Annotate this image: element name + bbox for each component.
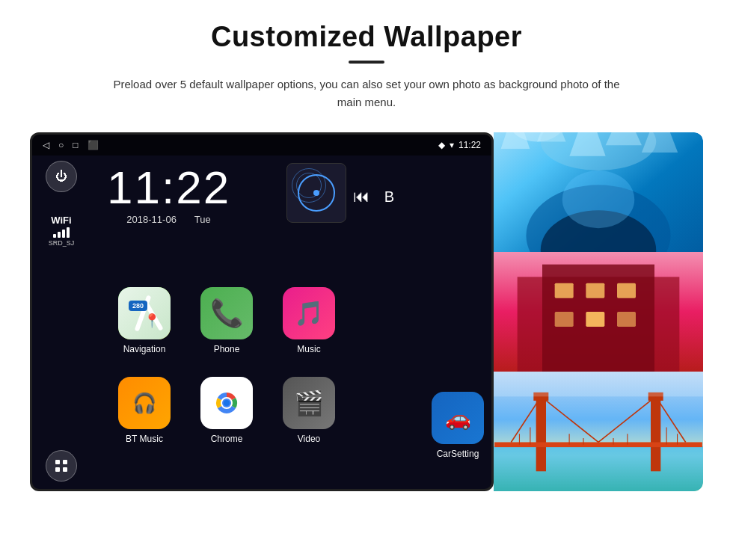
status-right: ◆ ▾ 11:22 [438, 140, 481, 150]
svg-rect-49 [494, 372, 703, 396]
svg-rect-26 [617, 283, 636, 298]
app-chrome[interactable]: Chrome [189, 377, 264, 459]
svg-rect-25 [586, 283, 604, 298]
navigation-label: Navigation [123, 344, 166, 354]
wallpaper-thumb-golden-gate[interactable] [494, 372, 703, 491]
svg-marker-18 [606, 132, 642, 145]
bottom-bar [46, 450, 77, 481]
wifi-bar-2 [58, 232, 61, 238]
device-frame: ◁ ○ □ ⬛ ◆ ▾ 11:22 11:22 2018-11-06 Tue [30, 132, 494, 491]
car-setting-emoji: 🚗 [445, 406, 471, 431]
chrome-logo [207, 384, 246, 422]
svg-rect-27 [555, 312, 574, 327]
content-area: ◁ ○ □ ⬛ ◆ ▾ 11:22 11:22 2018-11-06 Tue [30, 132, 703, 491]
svg-rect-33 [651, 396, 660, 471]
bt-music-label: BT Music [126, 434, 163, 444]
app-car-setting[interactable]: 🚗 CarSetting [432, 392, 484, 459]
wifi-bars [49, 227, 75, 238]
radio-icon-box[interactable] [286, 163, 346, 223]
golden-gate-svg [494, 372, 703, 491]
phone-icon: 📞 [200, 287, 253, 339]
prev-track-icon[interactable]: ⏮ [353, 187, 369, 206]
location-icon: ◆ [438, 140, 445, 150]
wifi-bar-3 [62, 230, 65, 238]
app-phone[interactable]: 📞 Phone [189, 287, 264, 369]
wifi-label: WiFi [49, 215, 75, 226]
video-clapper-icon: 🎬 [294, 389, 324, 417]
app-navigation[interactable]: 280 📍 Navigation [107, 287, 182, 369]
wallpaper-panel [494, 132, 703, 491]
svg-rect-29 [617, 312, 636, 327]
music-label: Music [297, 344, 320, 354]
app-bt-music[interactable]: 🎧 BT Music [107, 377, 182, 459]
svg-rect-31 [494, 446, 703, 491]
bluetooth-icon[interactable]: B [384, 188, 394, 206]
svg-rect-24 [555, 283, 574, 298]
media-controls: ⏮ B [353, 187, 394, 206]
svg-rect-28 [586, 312, 604, 327]
clock-time: 11:22 [107, 164, 230, 211]
music-emoji: 🎵 [294, 299, 324, 327]
wifi-bar-1 [53, 234, 56, 238]
svg-rect-36 [494, 442, 702, 447]
nav-pin: 📍 [144, 313, 160, 329]
apps-grid: 280 📍 Navigation 📞 Phone 🎵 [107, 287, 346, 459]
clock-area: 11:22 2018-11-06 Tue [107, 164, 230, 225]
nav-shield: 280 [129, 301, 147, 311]
ice-cave-svg [494, 132, 703, 252]
svg-marker-16 [537, 132, 566, 141]
wifi-bar-4 [67, 227, 70, 238]
left-sidebar: ⏻ WiFi SRD_SJ [46, 161, 77, 247]
home-icon[interactable]: ○ [58, 140, 64, 150]
wallpaper-thumb-red-building[interactable] [494, 252, 703, 372]
status-bar: ◁ ○ □ ⬛ ◆ ▾ 11:22 [32, 135, 491, 156]
wallpaper-thumb-ice-cave[interactable] [494, 132, 703, 252]
status-left: ◁ ○ □ ⬛ [43, 140, 99, 150]
clock-date: 2018-11-06 Tue [107, 214, 230, 225]
status-time: 11:22 [458, 140, 481, 150]
page-title: Customized Wallpaper [211, 21, 522, 53]
svg-rect-2 [55, 467, 60, 472]
red-building-svg [494, 252, 703, 372]
bluetooth-music-icon: 🎧 [132, 392, 156, 415]
power-button[interactable]: ⏻ [46, 161, 77, 192]
page-subtitle: Preload over 5 default wallpaper options… [105, 76, 628, 111]
svg-rect-3 [63, 467, 67, 472]
svg-rect-32 [536, 396, 546, 471]
wifi-status-icon: ▾ [450, 140, 454, 150]
chrome-label: Chrome [211, 434, 243, 444]
date-right: Tue [194, 214, 211, 225]
bt-music-icon: 🎧 [118, 377, 171, 429]
car-setting-icon: 🚗 [432, 392, 484, 444]
car-setting-label: CarSetting [437, 449, 479, 459]
title-divider [349, 61, 384, 64]
app-music[interactable]: 🎵 Music [272, 287, 346, 369]
music-icon: 🎵 [283, 287, 335, 339]
svg-point-8 [224, 400, 230, 406]
date-left: 2018-11-06 [126, 214, 177, 225]
svg-rect-0 [55, 460, 60, 464]
phone-label: Phone [214, 344, 240, 354]
wifi-widget: WiFi SRD_SJ [49, 215, 75, 247]
grid-icon [55, 459, 68, 473]
navigation-icon: 280 📍 [118, 287, 171, 339]
svg-point-20 [562, 170, 635, 228]
wifi-ssid: SRD_SJ [49, 239, 75, 247]
screenshot-icon[interactable]: ⬛ [88, 140, 99, 150]
apps-grid-button[interactable] [46, 450, 77, 481]
recents-icon[interactable]: □ [73, 140, 78, 150]
video-icon: 🎬 [283, 377, 335, 429]
page-container: Customized Wallpaper Preload over 5 defa… [0, 0, 733, 560]
chrome-icon-bg [200, 377, 253, 429]
app-video[interactable]: 🎬 Video [272, 377, 346, 459]
svg-rect-1 [63, 460, 67, 464]
radio-inner [298, 174, 335, 212]
video-label: Video [298, 434, 320, 444]
phone-emoji: 📞 [210, 298, 244, 329]
nav-map: 280 📍 [118, 287, 171, 339]
back-icon[interactable]: ◁ [43, 140, 49, 150]
radio-wave-mid [296, 173, 322, 198]
